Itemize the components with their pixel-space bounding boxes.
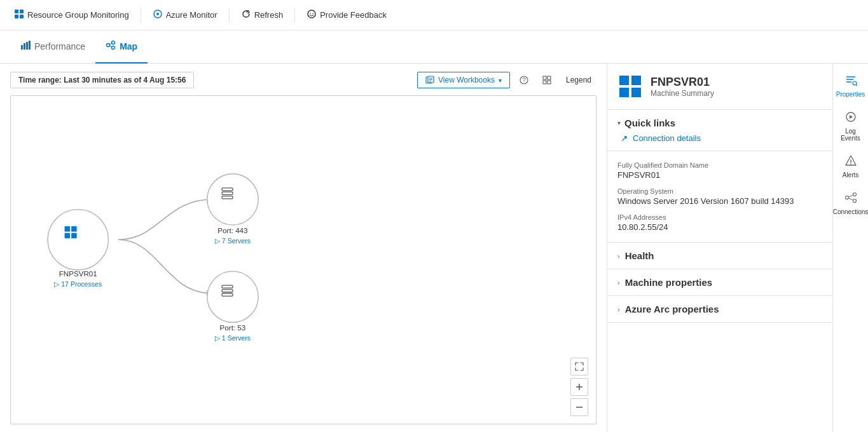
quick-links-header[interactable]: ▾ Quick links xyxy=(617,118,822,128)
svg-point-15 xyxy=(112,46,115,49)
port-53-servers-label: ▷ 1 Servers xyxy=(215,334,251,342)
tab-map[interactable]: Map xyxy=(95,30,148,64)
map-controls xyxy=(570,358,588,416)
expand-icon: ? xyxy=(519,75,529,85)
quick-links-chevron-icon: ▾ xyxy=(617,119,621,126)
azure-monitor-btn[interactable]: Azure Monitor xyxy=(146,5,224,25)
svg-rect-27 xyxy=(543,81,546,84)
svg-point-6 xyxy=(308,10,315,18)
tab-bar: Performance Map xyxy=(0,30,868,64)
resource-group-label: Resource Group Monitoring xyxy=(27,10,129,20)
port-443-servers-label: ▷ 7 Servers xyxy=(215,237,251,245)
svg-point-13 xyxy=(107,43,110,46)
connections-icon xyxy=(844,191,857,207)
fqdn-value: FNPSVR01 xyxy=(617,170,822,180)
health-section[interactable]: › Health xyxy=(607,243,832,269)
svg-rect-26 xyxy=(548,76,551,79)
svg-rect-29 xyxy=(65,226,70,231)
zoom-in-button[interactable] xyxy=(570,378,588,396)
fullscreen-button[interactable] xyxy=(538,71,556,89)
divider-2 xyxy=(229,8,230,23)
log-events-sidebar-btn[interactable]: Log Events xyxy=(834,105,867,147)
svg-point-5 xyxy=(156,13,159,15)
azure-monitor-icon xyxy=(153,9,163,21)
map-canvas: FNPSVR01 ▷ 17 Processes Port: 443 ▷ 7 Se… xyxy=(10,95,596,424)
svg-line-50 xyxy=(856,85,857,86)
log-events-icon xyxy=(844,111,857,126)
properties-sidebar-btn[interactable]: Properties xyxy=(834,69,867,103)
port-53-label: Port: 53 xyxy=(220,323,246,332)
quick-links-section: ▾ Quick links Connection details xyxy=(607,110,832,151)
refresh-icon xyxy=(241,9,251,21)
svg-rect-0 xyxy=(15,10,18,13)
svg-rect-32 xyxy=(71,233,76,238)
fit-to-screen-button[interactable] xyxy=(570,358,588,375)
port-443-node[interactable] xyxy=(207,174,258,225)
svg-point-14 xyxy=(112,41,115,44)
resource-group-icon xyxy=(14,9,24,21)
svg-rect-28 xyxy=(548,81,551,84)
fqdn-label: Fully Qualified Domain Name xyxy=(617,161,822,169)
tab-performance[interactable]: Performance xyxy=(10,30,95,64)
quick-links-title: Quick links xyxy=(624,118,675,128)
fit-screen-icon xyxy=(575,362,584,371)
svg-rect-3 xyxy=(20,15,24,18)
connection-line-53 xyxy=(118,240,212,294)
svg-rect-1 xyxy=(20,10,24,13)
svg-rect-43 xyxy=(631,76,641,85)
view-workbooks-button[interactable]: View Workbooks ▾ xyxy=(417,72,510,88)
machine-windows-icon xyxy=(617,74,643,99)
azure-arc-chevron-icon: › xyxy=(617,306,620,313)
legend-button[interactable]: Legend xyxy=(561,73,596,87)
svg-point-55 xyxy=(853,193,856,196)
time-range-prefix: Time range: xyxy=(18,76,62,84)
zoom-out-button[interactable] xyxy=(570,398,588,416)
server-processes-label: ▷ 17 Processes xyxy=(54,280,102,288)
svg-rect-12 xyxy=(29,41,31,50)
time-range-value: Last 30 minutes as of 4 Aug 15:56 xyxy=(64,76,186,84)
divider-1 xyxy=(141,8,141,23)
connections-sidebar-btn[interactable]: Connections xyxy=(834,186,867,220)
provide-feedback-btn[interactable]: Provide Feedback xyxy=(300,5,393,25)
expand-button[interactable]: ? xyxy=(515,71,533,89)
feedback-icon xyxy=(307,9,317,21)
machine-properties-section[interactable]: › Machine properties xyxy=(607,269,832,296)
refresh-label: Refresh xyxy=(254,10,284,20)
svg-point-7 xyxy=(310,13,311,14)
zoom-in-icon xyxy=(575,383,583,391)
connections-sidebar-label: Connections xyxy=(833,208,868,215)
port-443-label: Port: 443 xyxy=(217,226,247,234)
provide-feedback-label: Provide Feedback xyxy=(320,10,387,20)
svg-rect-42 xyxy=(619,76,629,85)
fullscreen-icon xyxy=(542,75,552,85)
port-53-node[interactable] xyxy=(207,271,258,322)
svg-text:?: ? xyxy=(522,77,526,84)
top-bar: Resource Group Monitoring Azure Monitor … xyxy=(0,0,868,30)
refresh-btn[interactable]: Refresh xyxy=(235,5,290,25)
legend-label: Legend xyxy=(566,76,591,84)
workbooks-icon xyxy=(425,76,434,84)
main-content: Time range: Last 30 minutes as of 4 Aug … xyxy=(0,64,868,432)
connection-line-443 xyxy=(118,199,212,240)
alerts-sidebar-label: Alerts xyxy=(843,172,859,179)
os-value: Windows Server 2016 Version 1607 build 1… xyxy=(617,196,822,206)
server-node-circle[interactable] xyxy=(48,210,108,270)
log-events-sidebar-label: Log Events xyxy=(837,128,865,142)
alerts-sidebar-btn[interactable]: Alerts xyxy=(834,149,867,184)
svg-rect-11 xyxy=(26,42,28,50)
map-toolbar: Time range: Last 30 minutes as of 4 Aug … xyxy=(10,71,596,89)
svg-rect-2 xyxy=(15,15,18,18)
svg-rect-30 xyxy=(71,226,76,231)
alerts-icon xyxy=(844,154,857,170)
svg-point-8 xyxy=(312,13,313,14)
resource-group-monitoring-btn[interactable]: Resource Group Monitoring xyxy=(8,5,135,25)
svg-line-57 xyxy=(848,195,853,197)
connection-details-label: Connection details xyxy=(633,133,701,143)
svg-line-58 xyxy=(848,198,853,200)
connection-details-link[interactable]: Connection details xyxy=(617,133,822,143)
azure-arc-section[interactable]: › Azure Arc properties xyxy=(607,296,832,323)
properties-icon xyxy=(844,74,857,90)
health-title: Health xyxy=(625,250,654,261)
time-range-button[interactable]: Time range: Last 30 minutes as of 4 Aug … xyxy=(10,72,194,88)
ipv4-label: IPv4 Addresses xyxy=(617,213,822,221)
